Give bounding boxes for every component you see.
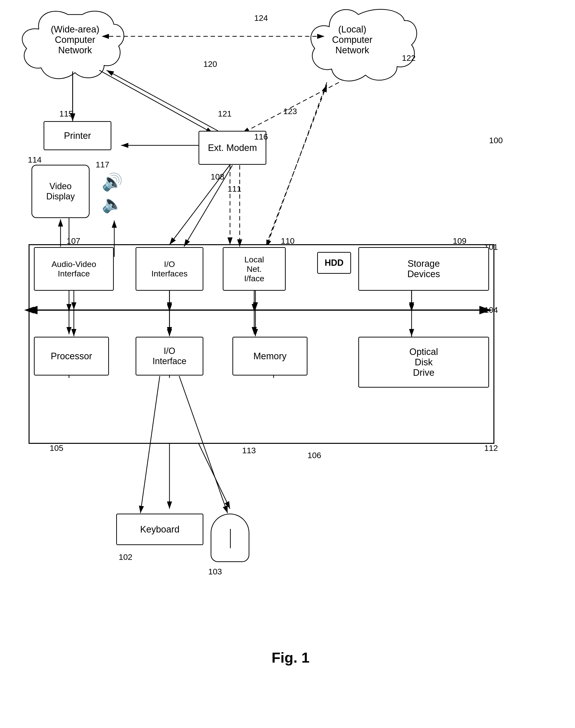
label-121: 121: [218, 109, 232, 119]
label-116: 116: [254, 132, 268, 141]
video-display-box: Video Display: [31, 165, 90, 218]
svg-line-4: [99, 70, 213, 133]
label-117: 117: [96, 160, 109, 169]
figure-caption: Fig. 1: [230, 649, 351, 666]
label-111: 111: [228, 184, 241, 194]
label-107: 107: [67, 236, 80, 246]
io-interface-lower-box: I/O Interface: [136, 337, 203, 376]
svg-line-29: [106, 70, 218, 131]
label-112: 112: [484, 443, 498, 453]
label-110: 110: [281, 236, 295, 246]
keyboard-box: Keyboard: [116, 514, 203, 545]
wan-label: (Wide-area) Computer Network: [37, 24, 112, 56]
label-109: 109: [453, 236, 467, 246]
label-104: 104: [484, 305, 498, 315]
io-interfaces-box: I/O Interfaces: [136, 247, 203, 291]
label-100: 100: [489, 136, 503, 145]
memory-box: Memory: [232, 337, 307, 376]
label-122: 122: [402, 53, 416, 63]
storage-devices-box: Storage Devices: [358, 247, 489, 291]
label-103: 103: [208, 567, 222, 576]
label-115: 115: [59, 109, 73, 119]
speaker-icon-2: 🔈: [102, 194, 123, 214]
label-114: 114: [28, 155, 42, 164]
label-102: 102: [119, 552, 132, 562]
label-120: 120: [203, 59, 217, 69]
optical-disk-box: Optical Disk Drive: [358, 337, 489, 388]
label-123: 123: [283, 106, 297, 116]
label-124: 124: [254, 13, 268, 23]
label-108: 108: [211, 172, 225, 182]
diagram: (Wide-area) Computer Network (Local) Com…: [0, 0, 575, 728]
printer-box: Printer: [43, 121, 111, 150]
label-105: 105: [49, 443, 63, 453]
hdd-box: HDD: [317, 252, 351, 274]
label-106: 106: [307, 451, 321, 460]
svg-line-44: [184, 165, 232, 247]
processor-box: Processor: [34, 337, 109, 376]
svg-line-24: [199, 443, 230, 509]
svg-line-43: [179, 376, 228, 513]
local-net-box: Local Net. I/face: [223, 247, 286, 291]
mouse-shape: [211, 514, 249, 562]
label-113: 113: [242, 446, 256, 455]
svg-line-42: [140, 376, 160, 513]
audio-video-box: Audio-Video Interface: [34, 247, 114, 291]
speaker-icon: 🔊: [102, 172, 123, 192]
lan-label: (Local) Computer Network: [315, 24, 390, 56]
